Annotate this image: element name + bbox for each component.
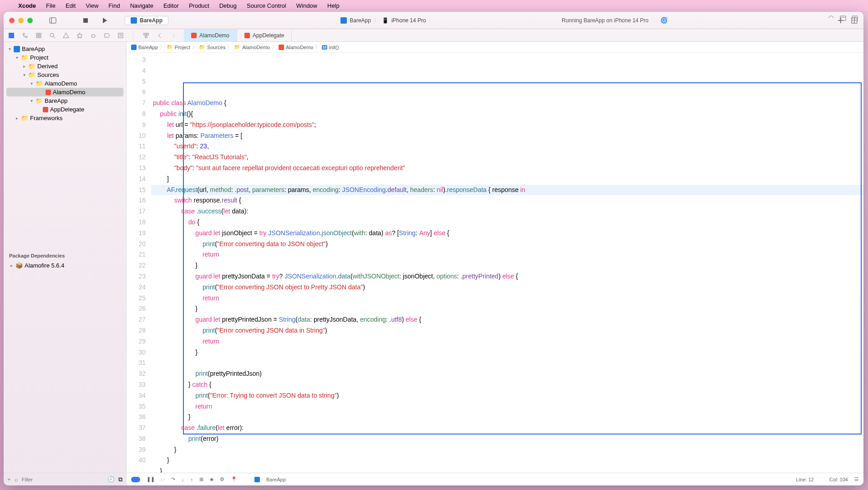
code-line-4[interactable]: public class AlamoDemo { (151, 98, 863, 109)
test-nav-icon[interactable] (76, 32, 83, 39)
tree-item-derived[interactable]: ▸📁Derived (4, 62, 126, 71)
tree-item-bareapp[interactable]: ▾BareApp (4, 45, 126, 53)
symbol-nav-icon[interactable] (36, 32, 42, 39)
debug-nav-icon[interactable] (90, 32, 96, 39)
step-out-icon[interactable]: ↑ (191, 477, 193, 482)
code-line-31[interactable]: print("Error: Trying to convert JSON dat… (151, 390, 863, 401)
maximize-button[interactable] (27, 18, 33, 23)
breakpoint-nav-icon[interactable] (104, 32, 110, 39)
debug-target[interactable]: BareApp (266, 477, 286, 482)
report-nav-icon[interactable] (117, 32, 124, 39)
code-line-7[interactable]: let params: Parameters = [ (151, 131, 863, 141)
tree-item-alamodemo[interactable]: ▾📁AlamoDemo (4, 79, 126, 88)
breadcrumb-item[interactable]: BareApp (138, 45, 158, 50)
breadcrumb-item[interactable]: init() (329, 45, 339, 50)
code-line-10[interactable]: "body": "sunt aut facere repellat provid… (151, 163, 863, 174)
tree-item-bareapp[interactable]: ▾📁BareApp (4, 96, 126, 105)
tree-item-project[interactable]: ▾📁Project (4, 53, 126, 62)
location-icon[interactable]: 📍 (231, 476, 237, 482)
code-line-14[interactable]: case .success(let data): (151, 206, 863, 217)
code-line-27[interactable]: } (151, 347, 863, 358)
close-button[interactable] (9, 18, 15, 23)
source-control-nav-icon[interactable] (22, 32, 28, 39)
code-line-17[interactable]: print("Error converting data to JSON obj… (151, 239, 863, 250)
menu-navigate[interactable]: Navigate (130, 2, 153, 9)
stop-button[interactable] (82, 17, 89, 24)
code-line-23[interactable]: } (151, 303, 863, 314)
forward-button[interactable] (170, 32, 177, 39)
pause-icon[interactable]: ❚❚ (147, 476, 155, 482)
code-line-36[interactable]: } (151, 445, 863, 455)
project-nav-icon[interactable] (8, 32, 15, 39)
scheme-selector[interactable]: BareApp (125, 16, 168, 25)
disclosure-icon[interactable]: ▸ (15, 116, 19, 121)
menu-find[interactable]: Find (108, 2, 120, 9)
code-line-28[interactable] (151, 358, 863, 369)
code-line-15[interactable]: do { (151, 217, 863, 228)
disclosure-icon[interactable]: ▸ (22, 64, 26, 69)
code-line-24[interactable]: guard let prettyPrintedJson = String(dat… (151, 314, 863, 325)
menu-edit[interactable]: Edit (66, 2, 76, 9)
sidebar-toggle-icon[interactable] (49, 17, 56, 24)
disclosure-icon[interactable]: ▾ (7, 46, 12, 51)
code-line-19[interactable]: } (151, 260, 863, 271)
code-line-22[interactable]: return (151, 293, 863, 304)
code-line-6[interactable]: let url = "https://jsonplaceholder.typic… (151, 120, 863, 131)
breadcrumb-item[interactable]: Sources (207, 45, 225, 50)
add-target-icon[interactable]: + (7, 476, 11, 483)
line-gutter[interactable]: 3456789101112131415161718192021222324252… (127, 53, 151, 473)
breadcrumb-item[interactable]: AlamoDemo (286, 45, 314, 50)
breadcrumb-item[interactable]: AlamoDemo (242, 45, 270, 50)
back-button[interactable] (157, 32, 163, 39)
menu-help[interactable]: Help (327, 2, 340, 9)
tree-item-sources[interactable]: ▾📁Sources (4, 71, 126, 79)
add-editor-icon[interactable] (852, 15, 858, 21)
code-line-11[interactable]: ] (151, 174, 863, 185)
package-alamofire[interactable]: ▸ 📦 Alamofire 5.6.4 (4, 261, 126, 270)
code-line-25[interactable]: print("Error converting JSON data in Str… (151, 325, 863, 336)
debug-view-icon[interactable]: ⊞ (199, 476, 203, 482)
tree-item-alamodemo[interactable]: AlamoDemo (6, 88, 123, 96)
menu-debug[interactable]: Debug (219, 2, 237, 9)
code-line-5[interactable]: public init(){ (151, 109, 863, 120)
code-line-18[interactable]: return (151, 249, 863, 260)
menu-product[interactable]: Product (189, 2, 209, 9)
code-line-32[interactable]: return (151, 401, 863, 412)
code-editor[interactable]: 3456789101112131415161718192021222324252… (127, 53, 863, 473)
code-line-29[interactable]: print(prettyPrintedJson) (151, 369, 863, 379)
jump-bar[interactable]: BareApp〉 📁 Project〉 📁 Sources〉 📁 AlamoDe… (127, 42, 863, 53)
memory-graph-icon[interactable]: ◈ (210, 476, 213, 482)
find-nav-icon[interactable] (49, 32, 56, 39)
code-line-38[interactable]: } (151, 466, 863, 473)
clock-icon[interactable]: 🕘 (107, 476, 115, 483)
step-over-icon[interactable]: ↷ (171, 476, 175, 482)
tree-item-appdelegate[interactable]: AppDelegate (4, 105, 126, 114)
code-line-12[interactable]: AF.request(url, method: .post, parameter… (151, 185, 863, 196)
code-line-8[interactable]: "userId": 23, (151, 141, 863, 152)
menu-window[interactable]: Window (296, 2, 317, 9)
menu-view[interactable]: View (86, 2, 98, 9)
code-line-35[interactable]: print(error) (151, 434, 863, 445)
step-in-icon[interactable]: ↓ (182, 477, 184, 482)
code-content[interactable]: public class AlamoDemo { public init(){ … (151, 53, 863, 473)
run-destination[interactable]: BareApp 〉 📱 iPhone 14 Pro (338, 15, 429, 25)
breadcrumb-item[interactable]: Project (175, 45, 190, 50)
minimize-editor-icon[interactable] (828, 15, 834, 21)
editor-layout-icon[interactable] (840, 15, 846, 21)
code-line-30[interactable]: } catch { (151, 379, 863, 390)
run-button[interactable] (101, 17, 108, 24)
code-line-33[interactable]: } (151, 412, 863, 423)
debug-toggle[interactable] (131, 477, 140, 482)
code-line-37[interactable]: } (151, 455, 863, 466)
continue-icon[interactable]: ▷ (161, 476, 165, 482)
disclosure-icon[interactable]: ▾ (22, 72, 26, 77)
code-line-26[interactable]: return (151, 336, 863, 347)
menu-source-control[interactable]: Source Control (247, 2, 286, 9)
console-toggle-icon[interactable]: ☰ (854, 476, 859, 482)
menu-file[interactable]: File (46, 2, 56, 9)
code-line-20[interactable]: guard let prettyJsonData = try? JSONSeri… (151, 271, 863, 282)
code-line-21[interactable]: print("Error converting JSON object to P… (151, 282, 863, 293)
menu-editor[interactable]: Editor (163, 2, 179, 9)
issue-nav-icon[interactable] (63, 32, 69, 39)
filter-input[interactable] (22, 477, 104, 482)
